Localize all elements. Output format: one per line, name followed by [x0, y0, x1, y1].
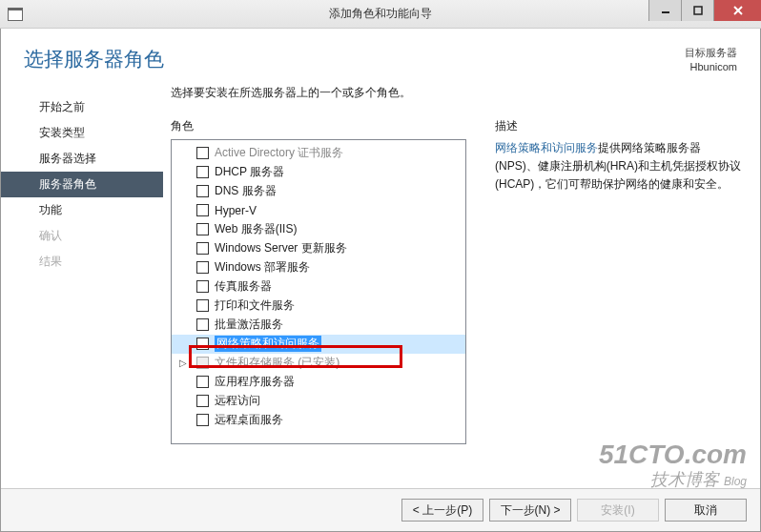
role-item-2[interactable]: DNS 服务器 [172, 182, 465, 201]
role-label: 传真服务器 [215, 278, 272, 295]
sidebar-item-1[interactable]: 安装类型 [1, 120, 163, 146]
role-label: DHCP 服务器 [215, 164, 284, 180]
role-label: 文件和存储服务 (已安装) [215, 355, 339, 371]
role-checkbox[interactable] [196, 223, 209, 235]
window-buttons [648, 0, 761, 21]
prev-button[interactable]: < 上一步(P) [401, 499, 483, 522]
role-checkbox[interactable] [196, 338, 209, 350]
role-item-1[interactable]: DHCP 服务器 [172, 163, 465, 182]
role-checkbox[interactable] [196, 185, 209, 197]
role-label: 应用程序服务器 [215, 374, 295, 390]
role-item-0[interactable]: Active Directory 证书服务 [172, 144, 465, 163]
role-item-10[interactable]: 网络策略和访问服务 [172, 335, 465, 354]
role-label: 网络策略和访问服务 [215, 336, 321, 352]
sidebar-item-5: 确认 [1, 223, 163, 249]
sidebar-item-2[interactable]: 服务器选择 [1, 146, 163, 172]
wizard-sidebar: 开始之前安装类型服务器选择服务器角色功能确认结果 [1, 85, 163, 488]
role-label: Web 服务器(IIS) [215, 221, 297, 237]
role-item-9[interactable]: 批量激活服务 [172, 316, 465, 335]
role-checkbox[interactable] [196, 395, 209, 407]
role-label: 批量激活服务 [215, 317, 283, 333]
destination-name: Hbunicom [685, 60, 737, 74]
minimize-icon [661, 6, 670, 15]
sidebar-item-4[interactable]: 功能 [1, 197, 163, 223]
role-label: Windows Server 更新服务 [215, 240, 347, 256]
roles-scroll[interactable]: Active Directory 证书服务DHCP 服务器DNS 服务器Hype… [172, 140, 465, 443]
window-title: 添加角色和功能向导 [0, 6, 761, 22]
app-icon [8, 8, 23, 21]
page-title: 选择服务器角色 [24, 46, 685, 72]
role-item-7[interactable]: 传真服务器 [172, 277, 465, 297]
header: 选择服务器角色 目标服务器 Hbunicom [1, 29, 760, 85]
role-item-6[interactable]: Windows 部署服务 [172, 258, 465, 277]
role-label: 打印和文件服务 [215, 297, 295, 314]
description-label: 描述 [495, 118, 743, 134]
close-button[interactable] [713, 0, 761, 21]
role-item-11[interactable]: ▷文件和存储服务 (已安装) [172, 354, 465, 373]
role-checkbox[interactable] [196, 261, 209, 274]
roles-label: 角色 [171, 118, 466, 134]
role-item-13[interactable]: 远程访问 [172, 392, 465, 411]
cancel-button[interactable]: 取消 [665, 499, 747, 522]
role-label: Hyper-V [215, 204, 257, 217]
titlebar: 添加角色和功能向导 [0, 0, 761, 29]
role-checkbox[interactable] [196, 299, 209, 312]
svg-rect-1 [694, 7, 702, 14]
role-label: Active Directory 证书服务 [215, 145, 343, 161]
role-item-5[interactable]: Windows Server 更新服务 [172, 239, 465, 258]
sidebar-item-3[interactable]: 服务器角色 [1, 172, 163, 197]
roles-listbox: Active Directory 证书服务DHCP 服务器DNS 服务器Hype… [171, 139, 466, 444]
role-checkbox[interactable] [196, 318, 209, 331]
close-icon [732, 5, 744, 16]
role-checkbox[interactable] [196, 357, 209, 369]
instruction-text: 选择要安装在所选服务器上的一个或多个角色。 [171, 85, 743, 101]
install-button: 安装(I) [577, 499, 659, 522]
expand-icon[interactable]: ▷ [179, 358, 187, 368]
role-item-4[interactable]: Web 服务器(IIS) [172, 220, 465, 239]
role-label: DNS 服务器 [215, 183, 277, 199]
next-button[interactable]: 下一步(N) > [489, 499, 571, 522]
role-checkbox[interactable] [196, 414, 209, 426]
role-checkbox[interactable] [196, 280, 209, 293]
wizard-footer: < 上一步(P) 下一步(N) > 安装(I) 取消 [1, 488, 760, 531]
role-item-12[interactable]: 应用程序服务器 [172, 373, 465, 392]
description-text: 网络策略和访问服务提供网络策略服务器(NPS)、健康注册机构(HRA)和主机凭据… [495, 139, 743, 194]
role-checkbox[interactable] [196, 147, 209, 159]
destination-label: 目标服务器 [685, 46, 737, 60]
minimize-button[interactable] [648, 0, 681, 21]
role-item-8[interactable]: 打印和文件服务 [172, 297, 465, 316]
roles-column: 角色 Active Directory 证书服务DHCP 服务器DNS 服务器H… [171, 118, 466, 488]
main-panel: 选择要安装在所选服务器上的一个或多个角色。 角色 Active Director… [163, 85, 752, 488]
destination-server: 目标服务器 Hbunicom [685, 46, 737, 75]
maximize-icon [693, 6, 703, 15]
role-item-3[interactable]: Hyper-V [172, 201, 465, 220]
sidebar-item-0[interactable]: 开始之前 [1, 94, 163, 120]
role-label: Windows 部署服务 [215, 259, 310, 276]
description-link: 网络策略和访问服务 [495, 141, 598, 154]
role-item-14[interactable]: 远程桌面服务 [172, 411, 465, 430]
description-column: 描述 网络策略和访问服务提供网络策略服务器(NPS)、健康注册机构(HRA)和主… [495, 118, 743, 488]
sidebar-item-6: 结果 [1, 249, 163, 275]
role-checkbox[interactable] [196, 376, 209, 388]
role-checkbox[interactable] [196, 204, 209, 216]
maximize-button[interactable] [681, 0, 713, 21]
role-checkbox[interactable] [196, 166, 209, 178]
role-label: 远程桌面服务 [215, 412, 283, 428]
role-label: 远程访问 [215, 393, 260, 409]
role-checkbox[interactable] [196, 242, 209, 255]
